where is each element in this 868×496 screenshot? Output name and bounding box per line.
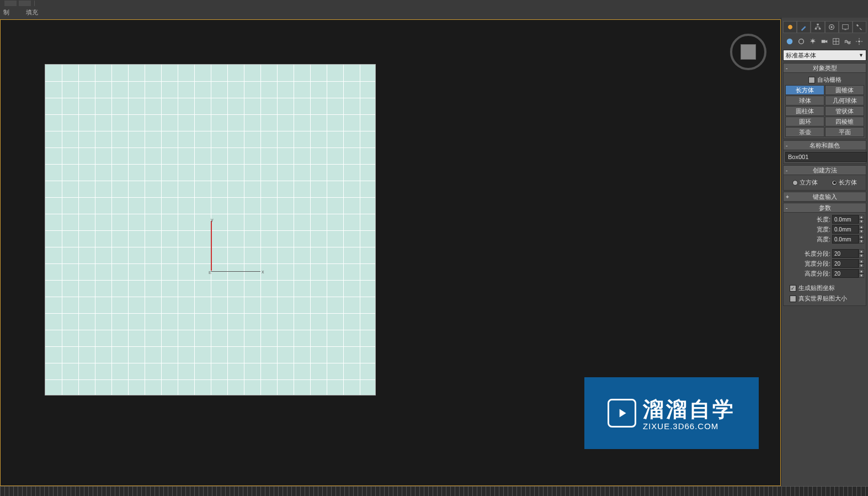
spinner-down-icon[interactable]: ▼ [859,229,864,234]
spinner-down-icon[interactable]: ▼ [859,239,864,244]
watermark: 溜溜自学 ZIXUE.3D66.COM [584,377,759,449]
create-tab[interactable] [783,21,797,33]
cylinder-button[interactable]: 圆柱体 [785,106,824,116]
axis-y-label: y [211,217,214,223]
width-segs-label: 宽度分段: [805,260,830,268]
length-segs-input[interactable] [832,249,859,258]
svg-point-0 [787,25,792,30]
height-input[interactable] [832,235,859,244]
timeline-ticks [0,487,868,496]
tube-button[interactable]: 管状体 [825,106,864,116]
spinner-up-icon[interactable]: ▲ [859,225,864,229]
spinner-down-icon[interactable]: ▼ [859,254,864,258]
spinner-down-icon[interactable]: ▼ [859,273,864,278]
timeline[interactable] [0,486,868,496]
utilities-tab[interactable] [853,21,866,33]
display-tab[interactable] [839,21,853,33]
plane-button[interactable]: 平面 [825,127,864,137]
parameters-rollout: - 参数 长度:▲▼ 宽度:▲▼ 高度:▲▼ 长度分段:▲▼ 宽度分段:▲▼ 高… [783,203,866,306]
object-type-header[interactable]: - 对象类型 [783,63,866,73]
command-panel: 标准基本体 ▼ - 对象类型 自动栅格 长方体 圆锥体 球体 几何球体 圆柱体 [781,18,868,486]
svg-rect-3 [819,28,821,30]
geosphere-button[interactable]: 几何球体 [825,96,864,105]
command-panel-tabs [783,21,866,33]
cube-radio-label[interactable]: 立方体 [792,178,818,187]
geometry-subtab[interactable] [784,36,795,46]
cameras-subtab[interactable] [819,36,830,46]
toolbar-icon[interactable] [19,1,31,6]
shapes-subtab[interactable] [796,36,807,46]
length-input[interactable] [832,215,859,224]
spinner-up-icon[interactable]: ▲ [859,215,864,219]
box-button[interactable]: 长方体 [785,85,824,95]
creation-method-header[interactable]: - 创建方法 [783,165,866,175]
name-color-header[interactable]: - 名称和颜色 [783,140,866,150]
toolbar-icon[interactable] [4,1,17,6]
svg-point-12 [858,40,860,43]
real-world-map-label: 真实世界贴图大小 [798,294,847,303]
svg-rect-1 [817,24,819,25]
modify-tab[interactable] [797,21,811,33]
minus-icon: - [786,205,787,211]
systems-subtab[interactable] [854,36,865,46]
width-segs-input[interactable] [832,259,859,268]
watermark-main-text: 溜溜自学 [643,395,736,424]
viewcube-face[interactable] [741,44,756,60]
menu-item-fill[interactable]: 填充 [26,8,38,17]
cone-button[interactable]: 圆锥体 [825,85,864,95]
viewport-grid: // placeholder for grid lines injected b… [45,64,376,395]
spinner-up-icon[interactable]: ▲ [859,269,864,273]
axis-x-label: x [262,269,264,275]
object-type-title: 对象类型 [786,64,864,72]
keyboard-entry-title: 键盘输入 [786,193,864,201]
separator [34,1,35,6]
minus-icon: - [786,143,787,149]
svg-rect-7 [845,29,847,30]
plus-icon: + [786,194,789,200]
height-segs-input[interactable] [832,269,859,278]
teapot-button[interactable]: 茶壶 [785,127,824,137]
object-name-input[interactable] [785,152,867,162]
viewcube[interactable] [730,34,766,70]
cube-radio[interactable] [792,180,798,186]
category-dropdown[interactable]: 标准基本体 ▼ [783,50,866,61]
box-radio-label[interactable]: 长方体 [832,178,857,187]
minus-icon: - [786,167,787,173]
creation-method-title: 创建方法 [786,166,864,175]
width-input[interactable] [832,225,859,234]
spinner-up-icon[interactable]: ▲ [859,235,864,239]
create-subtabs [783,35,866,48]
length-segs-label: 长度分段: [805,250,830,258]
parameters-body: 长度:▲▼ 宽度:▲▼ 高度:▲▼ 长度分段:▲▼ 宽度分段:▲▼ 高度分段:▲… [783,213,866,306]
watermark-logo-icon [608,399,636,428]
keyboard-entry-header[interactable]: + 键盘输入 [783,192,866,202]
spinner-down-icon[interactable]: ▼ [859,219,864,224]
category-dropdown-label: 标准基本体 [786,51,816,60]
pyramid-button[interactable]: 四棱锥 [825,117,864,126]
length-label: 长度: [817,215,830,224]
real-world-map-checkbox[interactable] [790,296,796,302]
creation-method-rollout: - 创建方法 立方体 长方体 [783,165,866,191]
spinner-up-icon[interactable]: ▲ [859,259,864,263]
svg-rect-10 [822,40,826,43]
parameters-header[interactable]: - 参数 [783,203,866,213]
torus-button[interactable]: 圆环 [785,117,824,126]
spinner-down-icon[interactable]: ▼ [859,263,864,268]
helpers-subtab[interactable] [830,36,842,46]
lights-subtab[interactable] [807,36,818,46]
axis-origin-label: E [209,270,211,275]
spacewarps-subtab[interactable] [842,36,853,46]
auto-grid-checkbox[interactable] [808,77,815,83]
gen-map-coords-checkbox[interactable]: ✓ [790,285,796,292]
hierarchy-tab[interactable] [811,21,824,33]
keyboard-entry-rollout: + 键盘输入 [783,192,866,202]
axis-x-line [211,271,260,272]
box-radio[interactable] [832,180,837,186]
svg-rect-2 [815,28,817,30]
object-type-rollout: - 对象类型 自动栅格 长方体 圆锥体 球体 几何球体 圆柱体 管状体 圆环 四… [783,63,866,139]
top-toolbar [0,0,868,7]
motion-tab[interactable] [825,21,839,33]
sphere-button[interactable]: 球体 [785,96,824,105]
spinner-up-icon[interactable]: ▲ [859,249,864,254]
menu-item-control[interactable]: 制 [3,8,9,17]
